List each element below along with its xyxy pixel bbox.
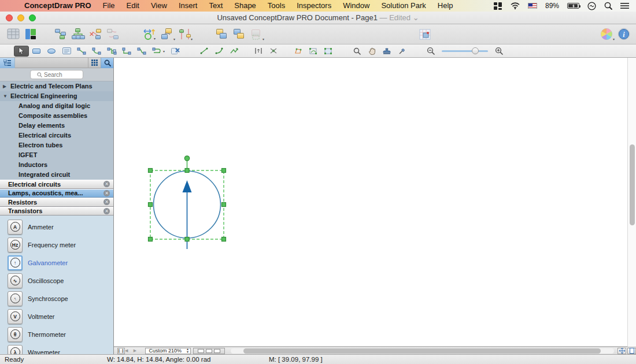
tree-view-button[interactable] (0, 58, 15, 68)
library-section-header[interactable]: Transistors ✕ (0, 207, 113, 216)
window-manager-icon[interactable] (494, 2, 502, 10)
smart-connector-tool[interactable] (104, 46, 119, 57)
pan-view-button[interactable] (617, 348, 626, 354)
ungroup-button[interactable] (230, 26, 247, 42)
menu-item[interactable]: Help (432, 0, 459, 12)
page-thumb[interactable] (214, 349, 220, 353)
library-section-header[interactable]: Lamps, acoustics, mea... ✕ (0, 189, 113, 198)
polyline-tool[interactable] (227, 46, 242, 57)
zoom-stepper-icon[interactable]: ▴▾ (187, 348, 188, 354)
shape-icon-button[interactable]: θ (8, 327, 23, 342)
info-button[interactable]: i (615, 26, 633, 42)
fit-page-button[interactable] (627, 348, 636, 354)
page-thumbnails[interactable] (193, 348, 225, 354)
shape-icon-button[interactable]: ↑ (8, 291, 23, 306)
shape-item[interactable]: A Ammeter (0, 218, 113, 236)
input-language-flag-icon[interactable] (528, 3, 537, 9)
shape-icon-button[interactable]: V (8, 309, 23, 324)
tree-item[interactable]: Analog and digital logic (0, 101, 113, 111)
tree-item[interactable]: Inductors (0, 160, 113, 170)
shape-item[interactable]: ↑ Galvanometer (0, 254, 113, 272)
shape-icon-button[interactable]: ↑ (8, 255, 23, 270)
zoom-level-selector[interactable]: Custom 210% ▴▾ (145, 348, 191, 354)
shape-icon-button[interactable]: A (8, 220, 23, 235)
selected-shape-galvanometer[interactable] (114, 58, 627, 347)
next-page-button[interactable]: ▶ (134, 348, 142, 353)
tree-item[interactable]: Composite assemblies (0, 111, 113, 121)
disconnect-shapes-button[interactable]: ✕ (87, 26, 104, 42)
close-section-icon[interactable]: ✕ (103, 199, 110, 205)
group-button[interactable] (213, 26, 230, 42)
align-shapes-button[interactable]: ▾ (176, 26, 193, 42)
previous-page-button[interactable]: ◀ (125, 348, 134, 353)
close-section-icon[interactable]: ✕ (103, 208, 110, 214)
shape-item[interactable]: ↑ Synchroscope (0, 289, 113, 307)
menu-item[interactable]: Edit (121, 0, 145, 12)
lock-selection-button[interactable]: ▾ (247, 26, 265, 42)
tree-item[interactable]: Integrated circuit (0, 170, 113, 180)
reshape-tool[interactable] (290, 46, 305, 57)
shape-item[interactable]: Hz Frequency meter (0, 236, 113, 254)
battery-icon[interactable] (567, 3, 579, 9)
search-input[interactable] (44, 72, 76, 78)
vertical-scrollbar-thumb[interactable] (630, 144, 635, 225)
icon-view-button[interactable] (88, 58, 101, 68)
chain-connector-tool[interactable]: ▾ (149, 46, 168, 57)
menu-item[interactable]: Text (203, 0, 228, 12)
disclosure-triangle-icon[interactable]: ▶ (3, 81, 9, 91)
color-wheel-button[interactable]: ▾ (598, 26, 615, 42)
rectangle-tool[interactable] (29, 46, 44, 57)
menu-item[interactable]: ConceptDraw PRO (19, 0, 97, 12)
shape-item[interactable]: θ Thermometer (0, 325, 113, 343)
horizontal-scrollbar-thumb[interactable] (243, 348, 601, 354)
tree-item[interactable]: Delay elements (0, 121, 113, 131)
library-section-header[interactable]: Electrical circuits ✕ (0, 180, 113, 189)
stamp-tool[interactable] (379, 46, 394, 57)
menu-item[interactable]: View (145, 0, 173, 12)
shape-item[interactable]: ∿ Oscilloscope (0, 272, 113, 289)
library-section-header[interactable]: Resistors ✕ (0, 198, 113, 207)
siri-icon[interactable] (587, 2, 596, 10)
connect-shapes-button[interactable] (52, 26, 69, 42)
shape-icon-button[interactable]: Hz (8, 237, 23, 252)
tree-item[interactable]: ▶ Electric and Telecom Plans (0, 81, 113, 91)
library-search-field[interactable] (30, 70, 83, 79)
menu-item[interactable]: Solution Park (375, 0, 431, 12)
horizontal-scrollbar[interactable] (231, 348, 614, 354)
page-list-button[interactable]: ❙❙ (117, 348, 125, 354)
delete-shape-tool[interactable] (168, 46, 183, 57)
close-section-icon[interactable]: ✕ (103, 181, 110, 187)
eyedropper-tool[interactable] (394, 46, 409, 57)
knife-tool[interactable] (266, 46, 281, 57)
tree-item[interactable]: Electron tubes (0, 140, 113, 150)
arc-tool[interactable] (212, 46, 227, 57)
wifi-icon[interactable] (511, 2, 520, 9)
curved-connector-tool[interactable] (134, 46, 149, 57)
tree-connect-button[interactable] (69, 26, 87, 42)
shape-icon-button[interactable]: ∿ (8, 273, 23, 288)
tree-item[interactable]: ▼ Electrical Engineering (0, 91, 113, 101)
menu-item[interactable]: Shape (228, 0, 262, 12)
pan-hand-tool[interactable] (364, 46, 379, 57)
split-tool[interactable] (251, 46, 266, 57)
edit-vertices-tool[interactable] (305, 46, 320, 57)
zoom-in-button[interactable] (491, 46, 506, 57)
auto-routing-button[interactable] (104, 26, 121, 42)
shape-icon-button[interactable]: λ (8, 345, 23, 355)
zoom-slider[interactable] (442, 50, 488, 52)
text-block-tool[interactable] (59, 46, 74, 57)
menu-item[interactable]: File (97, 0, 121, 12)
page-thumb[interactable] (206, 349, 212, 353)
menu-item[interactable]: Tools (262, 0, 291, 12)
drawing-canvas[interactable] (114, 58, 627, 347)
close-section-icon[interactable]: ✕ (103, 190, 110, 196)
orthogonal-connector-tool[interactable] (119, 46, 134, 57)
ellipse-tool[interactable] (44, 46, 59, 57)
snap-to-grid-button[interactable] (416, 26, 434, 42)
spotlight-search-icon[interactable] (604, 2, 612, 10)
tree-item[interactable]: IGFET (0, 150, 113, 160)
menu-item[interactable]: Window (337, 0, 375, 12)
select-tool[interactable] (14, 46, 29, 57)
page-thumb[interactable] (198, 349, 204, 353)
line-tool[interactable] (197, 46, 212, 57)
